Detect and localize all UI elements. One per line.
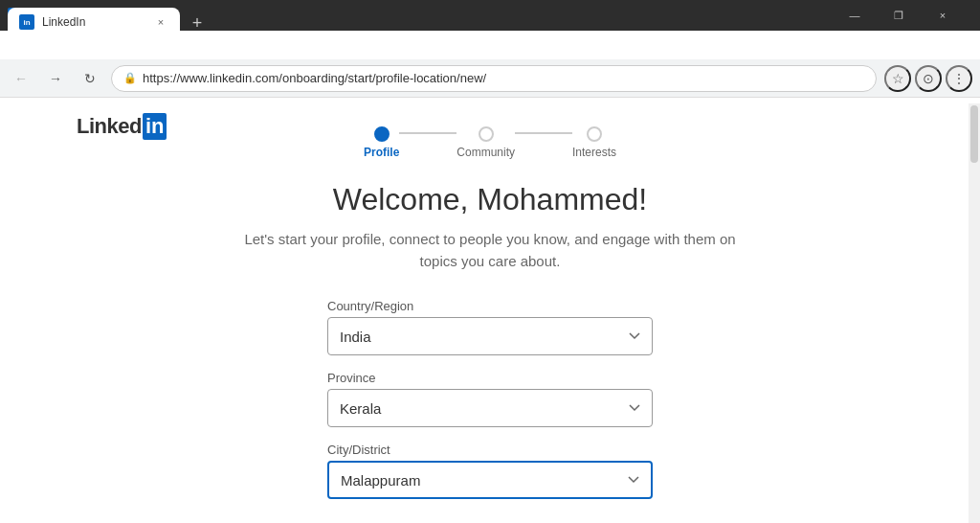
step-circle-community [479, 126, 494, 142]
logo-text-part: Linked [77, 114, 142, 139]
province-select[interactable]: Kerala [327, 389, 653, 427]
back-button[interactable]: ← [8, 65, 34, 92]
welcome-heading: Welcome, Mohammed! [333, 182, 647, 217]
province-field-group: Province Kerala [327, 371, 653, 427]
country-select[interactable]: India [327, 317, 653, 355]
address-bar-row: ← → ↻ 🔒 https://www.linkedin.com/onboard… [0, 59, 980, 98]
city-select[interactable]: Malappuram [327, 461, 653, 499]
progress-steps: Profile Community Interests [364, 126, 616, 159]
step-profile: Profile [364, 126, 399, 159]
step-line-1 [399, 132, 457, 134]
city-label: City/District [327, 443, 653, 457]
restore-button[interactable]: ❐ [877, 0, 921, 31]
close-tab-button[interactable]: × [153, 14, 168, 30]
tab-favicon-inner: in [19, 14, 34, 30]
step-circle-profile [374, 126, 390, 142]
title-bar: in LinkedIn in LinkedIn × + — ❐ × [0, 0, 980, 31]
city-field-group: City/District Malappuram [327, 443, 653, 499]
menu-button[interactable]: ⋮ [946, 65, 972, 92]
country-label: Country/Region [327, 299, 653, 313]
scrollbar[interactable] [969, 103, 980, 523]
province-label: Province [327, 371, 653, 385]
address-text: https://www.linkedin.com/onboarding/star… [143, 71, 864, 85]
browser-chrome: in LinkedIn in LinkedIn × + — ❐ × ← [0, 0, 980, 98]
forward-button[interactable]: → [42, 65, 69, 92]
new-tab-button[interactable]: + [184, 10, 211, 36]
country-field-group: Country/Region India [327, 299, 653, 355]
step-interests: Interests [572, 126, 616, 159]
window-controls: — ❐ × [833, 0, 965, 31]
profile-button[interactable]: ⊙ [915, 65, 942, 92]
lock-icon: 🔒 [123, 72, 137, 84]
welcome-subtitle: Let's start your profile, connect to peo… [241, 229, 739, 272]
tab-title: LinkedIn [42, 15, 145, 29]
active-tab[interactable]: in LinkedIn × [8, 8, 180, 36]
step-community: Community [457, 126, 515, 159]
step-line-2 [515, 132, 572, 134]
minimize-button[interactable]: — [833, 0, 877, 31]
scrollbar-thumb[interactable] [970, 105, 978, 163]
reload-button[interactable]: ↻ [77, 65, 103, 92]
toolbar-icons: ☆ ⊙ ⋮ [884, 65, 972, 92]
address-bar[interactable]: 🔒 https://www.linkedin.com/onboarding/st… [111, 65, 877, 92]
step-label-community: Community [457, 146, 515, 159]
logo-in-part: in [143, 113, 167, 140]
linkedin-logo: Linked in [77, 113, 167, 140]
step-label-profile: Profile [364, 146, 399, 159]
close-window-button[interactable]: × [921, 0, 965, 31]
form-section: Country/Region India Province Kerala Cit… [327, 299, 653, 517]
bookmark-button[interactable]: ☆ [884, 65, 911, 92]
page-content: Linked in Profile Community Interests We… [0, 98, 980, 517]
step-label-interests: Interests [572, 146, 616, 159]
step-circle-interests [587, 126, 602, 142]
